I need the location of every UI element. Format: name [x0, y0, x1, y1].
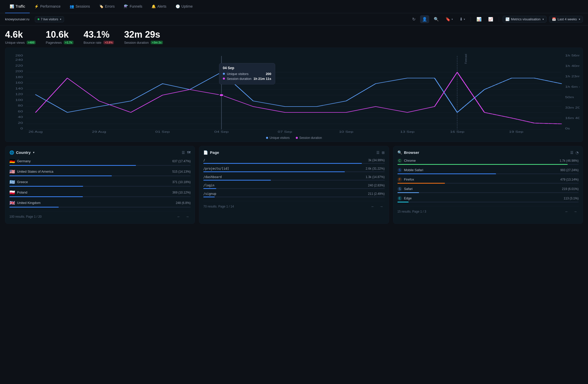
svg-text:1h 23m 20s: 1h 23m 20s [565, 75, 580, 78]
country-rows: 🇩🇪 Germany 637 (17.47%) 🇺🇸 United States… [9, 158, 191, 208]
line-chart-button[interactable]: 📈 [486, 15, 495, 23]
bounce-rate-label: Bounce rate [84, 41, 101, 45]
page-footer-text: 70 results. Page 1 / 14 [203, 205, 234, 208]
nav-traffic[interactable]: 📊 Traffic [5, 0, 30, 13]
svg-text:20: 20 [18, 122, 23, 124]
users-view-button[interactable]: 👤 [420, 15, 429, 23]
browser-value: 479 (13.14%) [560, 178, 579, 181]
page-progress-bar [203, 180, 384, 181]
browser-pie-icon[interactable]: ◔ [576, 151, 579, 155]
country-name: Poland [17, 190, 27, 194]
session-duration-badge: +3m 2s [151, 41, 163, 44]
table-row: / 3k (34.99%) [203, 158, 384, 164]
metrics-visualisation-dropdown[interactable]: 📉 Metrics visualisation ▾ [503, 16, 547, 23]
nav-errors[interactable]: 🏷️ Errors [95, 0, 119, 13]
sessions-icon: 👥 [70, 4, 74, 8]
bookmark-button[interactable]: 🔖 ▾ [443, 15, 455, 23]
browser-next-button[interactable]: → [572, 209, 579, 214]
svg-text:220: 220 [15, 64, 23, 67]
main-chart: 0 20 40 60 80 100 120 140 160 180 200 22… [8, 52, 580, 133]
svg-text:240: 240 [15, 58, 23, 61]
country-flag: 🇺🇸 [9, 169, 15, 174]
legend-session-dot [296, 137, 298, 139]
browser-progress-fill [397, 192, 419, 193]
country-next-button[interactable]: → [184, 214, 191, 219]
country-map-icon[interactable]: 🗺 [187, 151, 191, 155]
legend-session-duration: Session duration [296, 136, 322, 140]
page-panel: 📄 Page ☰ ⊞ / 3k (34.99%) /projects/[id] … [199, 146, 389, 224]
svg-text:1h 40m: 1h 40m [565, 65, 580, 67]
download-button[interactable]: ⬇ ▾ [457, 15, 467, 23]
live-visitors-badge[interactable]: 7 live visitors ▾ [35, 16, 64, 22]
browser-progress-bar [397, 192, 579, 193]
page-progress-fill [203, 197, 214, 197]
country-name: United States of America [17, 170, 53, 173]
browser-progress-bar [397, 173, 579, 174]
page-prev-button[interactable]: ← [369, 204, 376, 209]
browser-progress-bar [397, 202, 579, 202]
page-progress-fill [203, 163, 362, 164]
country-menu-icon[interactable]: ☰ [182, 151, 185, 155]
country-name: Germany [17, 159, 30, 163]
uptime-icon: 🕐 [176, 4, 180, 8]
browser-panel-footer: 15 results. Page 1 / 3 ← → [397, 206, 579, 214]
page-value: 1.3k (14.87%) [366, 175, 385, 179]
country-nav: ← → [175, 214, 191, 219]
country-progress-fill [9, 186, 83, 187]
browser-progress-fill [397, 202, 409, 202]
country-chevron-icon[interactable]: ▾ [33, 151, 34, 154]
page-path: /signup [203, 192, 216, 196]
svg-text:160: 160 [15, 81, 23, 84]
svg-text:19 Sep: 19 Sep [509, 130, 523, 133]
browser-name: Firefox [404, 178, 414, 181]
browser-menu-icon[interactable]: ☰ [570, 151, 574, 155]
country-panel-title: 🌐 Country ▾ [9, 150, 34, 155]
bounce-rate-value: 43.1% [84, 29, 114, 40]
page-progress-fill [203, 171, 345, 172]
browser-prev-button[interactable]: ← [563, 209, 570, 214]
page-panel-actions[interactable]: ☰ ⊞ [376, 151, 385, 155]
pageviews-value: 10.6k [46, 29, 73, 40]
nav-funnels[interactable]: ⚗️ Funnels [119, 0, 147, 13]
country-value: 371 (10.18%) [172, 180, 191, 184]
country-value: 637 (17.47%) [172, 159, 191, 163]
country-progress-fill [9, 165, 136, 166]
search-button[interactable]: 🔍 [432, 15, 441, 23]
nav-sessions[interactable]: 👥 Sessions [65, 0, 95, 13]
country-prev-button[interactable]: ← [175, 214, 182, 219]
pageviews-label: Pageviews [46, 41, 62, 45]
nav-uptime[interactable]: 🕐 Uptime [171, 0, 197, 13]
country-progress-bar [9, 186, 191, 187]
unique-views-value: 4.6k [5, 29, 36, 40]
metric-unique-views: 4.6k Unique views +400 [5, 29, 36, 45]
browser-name: Mobile Safari [404, 168, 423, 172]
page-menu-icon[interactable]: ☰ [376, 151, 380, 155]
page-next-button[interactable]: → [378, 204, 385, 209]
country-value: 515 (14.13%) [172, 170, 191, 173]
browser-icon: F [397, 177, 402, 182]
page-grid-icon[interactable]: ⊞ [382, 151, 385, 155]
svg-text:10 Sep: 10 Sep [339, 130, 353, 133]
nav-alerts[interactable]: 🔔 Alerts [147, 0, 171, 13]
date-range-dropdown[interactable]: 📅 Last 4 weeks ▾ [549, 16, 583, 23]
bar-chart-button[interactable]: 📊 [474, 15, 484, 23]
svg-text:16m 40s: 16m 40s [565, 117, 580, 120]
table-row: 🇩🇪 Germany 637 (17.47%) [9, 158, 191, 166]
country-panel-actions[interactable]: ☰ 🗺 [182, 151, 191, 155]
table-row: 🇺🇸 United States of America 515 (14.13%) [9, 169, 191, 176]
nav-performance[interactable]: ⚡ Performance [30, 0, 65, 13]
svg-text:04 Sep: 04 Sep [214, 130, 229, 133]
svg-text:0: 0 [20, 127, 23, 130]
page-doc-icon: 📄 [203, 150, 208, 155]
svg-text:80: 80 [18, 104, 23, 107]
browser-panel-actions[interactable]: ☰ ◔ [570, 151, 579, 155]
browser-value: 113 (3.1%) [564, 197, 579, 200]
page-value: 2.6k (31.22%) [366, 167, 385, 170]
browser-icon: E [397, 196, 402, 201]
browser-progress-fill [397, 183, 445, 184]
funnels-icon: ⚗️ [124, 4, 128, 8]
metric-pageviews: 10.6k Pageviews +1.7k [46, 29, 73, 45]
browser-value: 993 (27.24%) [560, 168, 579, 172]
refresh-button[interactable]: ↻ [410, 15, 417, 23]
svg-text:1h 56m 40s: 1h 56m 40s [565, 54, 580, 57]
